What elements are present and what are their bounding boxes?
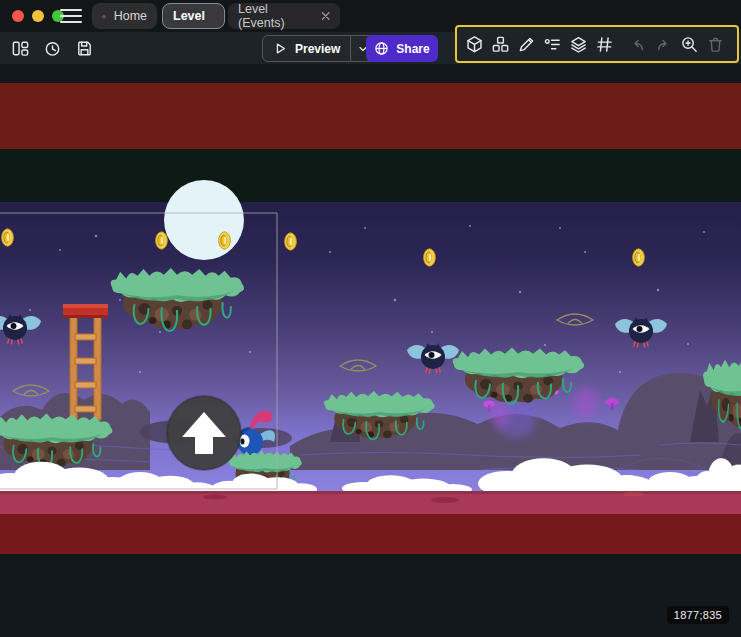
save-icon[interactable] — [74, 38, 94, 58]
traffic-lights — [12, 10, 64, 22]
tab-level-events-label: Level (Events) — [238, 2, 313, 30]
undo-icon[interactable] — [628, 34, 647, 54]
tab-home-label: Home — [114, 9, 147, 23]
grid-icon[interactable] — [595, 34, 614, 54]
coin-instance[interactable] — [156, 232, 168, 249]
tab-level-label: Level — [173, 9, 205, 23]
toolbar-left-group — [10, 38, 94, 58]
red-block-top[interactable] — [0, 83, 741, 149]
red-block-bottom[interactable] — [0, 491, 741, 554]
instances-list-icon[interactable] — [543, 34, 562, 54]
minimize-window-button[interactable] — [32, 10, 44, 22]
project-panels-icon[interactable] — [10, 38, 30, 58]
globe-icon — [374, 41, 389, 56]
moon[interactable] — [164, 180, 244, 260]
close-window-button[interactable] — [12, 10, 24, 22]
history-icon[interactable] — [42, 38, 62, 58]
app-window: Home Level Level (Events) Preview — [0, 0, 741, 637]
close-icon[interactable] — [321, 11, 330, 21]
scene-upper-band — [0, 149, 741, 202]
close-icon[interactable] — [213, 11, 214, 21]
object-groups-icon[interactable] — [491, 34, 510, 54]
redo-icon[interactable] — [654, 34, 673, 54]
tab-home[interactable]: Home — [92, 3, 157, 29]
preview-label: Preview — [295, 42, 340, 56]
objects-panel-icon[interactable] — [465, 34, 484, 54]
share-button[interactable]: Share — [366, 35, 438, 62]
tab-level-scene[interactable]: Level — [162, 3, 225, 29]
tab-level-events[interactable]: Level (Events) — [228, 3, 340, 29]
properties-pencil-icon[interactable] — [517, 34, 536, 54]
share-label: Share — [396, 42, 429, 56]
touch-up-button[interactable] — [167, 396, 241, 470]
coin-instance[interactable] — [285, 233, 297, 250]
scene-editor-area: 1877;835 — [0, 64, 741, 637]
coin-instance[interactable] — [219, 232, 231, 249]
layers-icon[interactable] — [569, 34, 588, 54]
cursor-coordinates-readout: 1877;835 — [667, 606, 729, 624]
coin-instance[interactable] — [424, 249, 436, 266]
preview-button[interactable]: Preview — [262, 35, 375, 62]
zoom-in-icon[interactable] — [680, 34, 699, 54]
menu-hamburger-icon[interactable] — [60, 7, 82, 25]
scene-editor-canvas[interactable] — [0, 64, 741, 637]
delete-icon[interactable] — [706, 34, 725, 54]
coin-instance[interactable] — [2, 229, 14, 246]
scene-tools-highlight-box — [455, 25, 739, 63]
coin-instance[interactable] — [633, 249, 645, 266]
home-icon — [102, 9, 106, 24]
play-icon — [273, 41, 288, 56]
